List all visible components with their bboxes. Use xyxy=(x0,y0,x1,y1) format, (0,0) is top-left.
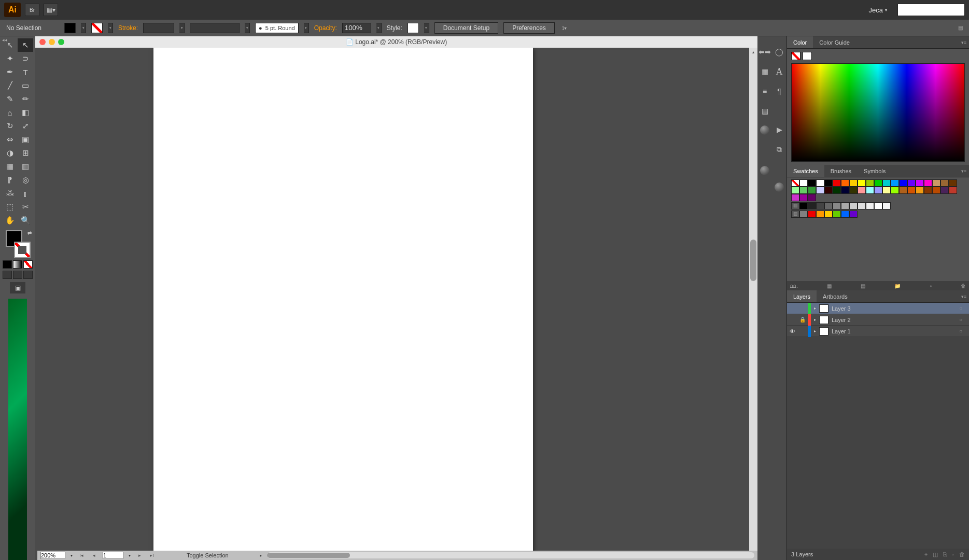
gradient-icon[interactable] xyxy=(13,260,22,269)
swatch-kind-icon[interactable]: ▦ xyxy=(827,283,832,289)
toolbox-collapse-icon[interactable]: ◂◂ xyxy=(2,37,7,43)
swatch-item[interactable] xyxy=(849,211,858,218)
swatch-gray-row[interactable]: ▥ xyxy=(791,202,965,209)
document-setup-button[interactable]: Document Setup xyxy=(434,22,498,34)
draw-behind-icon[interactable] xyxy=(13,271,22,279)
swatch-item[interactable] xyxy=(891,179,899,187)
opacity-input[interactable] xyxy=(342,23,371,33)
zoom-input[interactable] xyxy=(40,552,65,559)
paintbrush-tool-icon[interactable]: ✎ xyxy=(2,92,18,106)
fill-swatch[interactable] xyxy=(64,23,76,33)
swatch-item[interactable] xyxy=(858,187,866,194)
swatch-item[interactable] xyxy=(882,187,891,194)
gradient-tool-icon[interactable]: ▥ xyxy=(18,160,33,173)
eraser-tool-icon[interactable]: ◧ xyxy=(18,106,33,119)
opacity-dropdown[interactable]: ▾ xyxy=(376,23,382,33)
swatch-item[interactable] xyxy=(891,187,899,194)
slice-tool-icon[interactable]: ✂ xyxy=(18,200,33,214)
preferences-button[interactable]: Preferences xyxy=(503,22,555,34)
variable-width-dropdown[interactable]: ▾ xyxy=(245,23,250,33)
swatch-item[interactable] xyxy=(866,179,874,187)
swatch-item[interactable] xyxy=(799,211,808,218)
swatch-lib-icon[interactable]: ⩍⩍. xyxy=(790,283,798,289)
draw-inside-icon[interactable] xyxy=(23,271,33,279)
swatch-item[interactable] xyxy=(907,187,916,194)
clipping-mask-icon[interactable]: ◫ xyxy=(933,551,938,558)
swatch-item[interactable] xyxy=(858,202,866,209)
target-icon[interactable]: ○ xyxy=(956,317,966,323)
expand-layer-icon[interactable]: ▸ xyxy=(811,317,819,322)
window-close-icon[interactable] xyxy=(39,39,46,45)
swatch-item[interactable] xyxy=(866,202,874,209)
swatches-panel-menu-icon[interactable]: ▾≡ xyxy=(959,165,969,177)
pen-tool-icon[interactable]: ✒ xyxy=(2,65,18,79)
screen-mode-icon[interactable]: ▣ xyxy=(10,282,25,293)
layer-name[interactable]: Layer 3 xyxy=(832,305,851,312)
swatch-group-icon[interactable]: ▥ xyxy=(791,202,799,209)
magic-wand-tool-icon[interactable]: ✦ xyxy=(2,52,18,65)
swatch-item[interactable] xyxy=(841,202,849,209)
locate-object-icon[interactable]: ⌖ xyxy=(924,551,928,558)
align-panel-icon[interactable]: ⬅➡ xyxy=(760,47,770,57)
scale-tool-icon[interactable]: ⤢ xyxy=(18,119,33,133)
visibility-toggle-icon[interactable]: 👁 xyxy=(787,328,797,334)
appearance-panel-icon[interactable] xyxy=(760,125,769,135)
swatch-item[interactable] xyxy=(849,202,858,209)
stroke-label[interactable]: Stroke: xyxy=(118,24,138,32)
tab-artboards[interactable]: Artboards xyxy=(817,290,854,302)
last-artboard-icon[interactable]: ▸I xyxy=(148,552,156,559)
stroke-weight-input[interactable] xyxy=(143,23,174,33)
swatch-item[interactable] xyxy=(833,211,841,218)
swatch-item[interactable] xyxy=(816,202,824,209)
new-sublayer-icon[interactable]: ⎘ xyxy=(943,551,947,558)
color-white-swatch[interactable] xyxy=(803,52,812,60)
scroll-up-icon[interactable]: ▴ xyxy=(749,48,757,56)
color-none-swatch[interactable] xyxy=(791,52,801,60)
swatch-extra-row[interactable]: ▥ xyxy=(791,211,965,218)
links-panel-icon[interactable]: ⧉ xyxy=(774,144,784,155)
swatch-item[interactable] xyxy=(824,179,833,187)
swatch-item[interactable] xyxy=(841,187,849,194)
brush-profile[interactable]: ● 5 pt. Round xyxy=(255,23,299,33)
layer-thumbnail[interactable] xyxy=(819,316,828,324)
graph-tool-icon[interactable]: ⫿ xyxy=(18,187,33,200)
swap-fill-stroke-icon[interactable]: ⇄ xyxy=(27,230,32,236)
pathfinder-panel-icon[interactable]: ≡ xyxy=(760,86,770,96)
swatch-item[interactable] xyxy=(940,179,949,187)
mesh-tool-icon[interactable]: ▦ xyxy=(2,160,18,173)
width-tool-icon[interactable]: ⇔ xyxy=(2,133,18,146)
horizontal-scrollbar[interactable] xyxy=(267,552,754,558)
swatch-item[interactable] xyxy=(799,179,808,187)
swatch-item[interactable] xyxy=(874,179,882,187)
new-group-icon[interactable]: 📁 xyxy=(894,283,901,289)
type-tool-icon[interactable]: T xyxy=(18,65,33,79)
blend-tool-icon[interactable]: ◎ xyxy=(18,173,33,187)
blob-brush-tool-icon[interactable]: ⌂ xyxy=(2,106,18,119)
swatch-item[interactable] xyxy=(816,211,824,218)
solid-color-icon[interactable] xyxy=(3,260,12,269)
control-bar-menu-icon[interactable]: ▤ xyxy=(958,25,963,31)
swatch-item[interactable] xyxy=(849,187,858,194)
swatch-item[interactable] xyxy=(924,179,932,187)
transparency-panel-icon[interactable]: ▤ xyxy=(760,106,770,116)
shape-builder-tool-icon[interactable]: ◑ xyxy=(2,146,18,160)
swatch-item[interactable] xyxy=(882,202,891,209)
swatch-item[interactable] xyxy=(799,194,808,201)
layer-row[interactable]: 👁▸Layer 1○ xyxy=(787,326,969,337)
new-layer-icon[interactable]: ▫ xyxy=(952,551,954,558)
direct-selection-tool-icon[interactable]: ↖ xyxy=(18,38,33,52)
swatch-item[interactable] xyxy=(816,187,824,194)
swatch-item[interactable] xyxy=(899,187,907,194)
window-zoom-icon[interactable] xyxy=(58,39,64,45)
swatch-item[interactable] xyxy=(808,202,816,209)
swatch-item[interactable] xyxy=(916,179,924,187)
swatch-item[interactable] xyxy=(791,194,799,201)
artboard[interactable] xyxy=(153,48,533,560)
layer-row[interactable]: ▸Layer 3○ xyxy=(787,303,969,314)
tab-swatches[interactable]: Swatches xyxy=(787,165,824,177)
stroke-swatch[interactable] xyxy=(91,23,103,33)
swatch-item[interactable] xyxy=(816,179,824,187)
swatch-item[interactable] xyxy=(833,202,841,209)
artboard-tool-icon[interactable]: ⬚ xyxy=(2,200,18,214)
style-swatch[interactable] xyxy=(408,23,419,33)
